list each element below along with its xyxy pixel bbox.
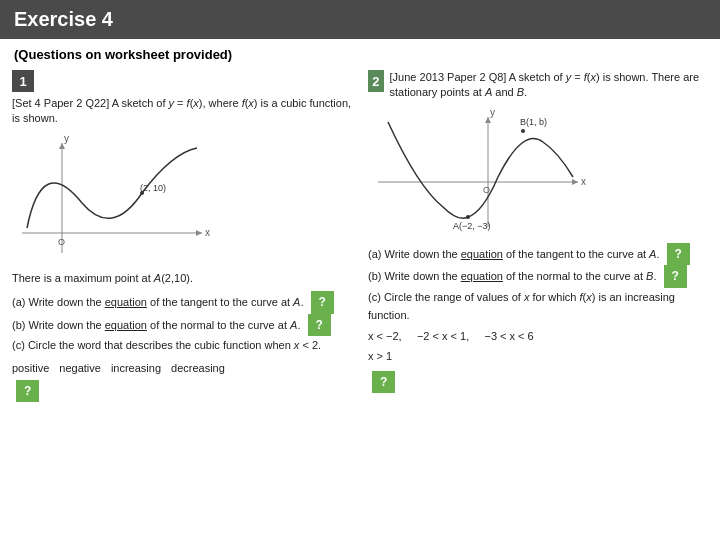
question2-parts: (a) Write down the equation of the tange… bbox=[368, 243, 708, 393]
answer-box-1c[interactable]: ? bbox=[16, 380, 39, 402]
option-positive: positive bbox=[12, 359, 49, 378]
question2-part-b: (b) Write down the equation of the norma… bbox=[368, 265, 708, 287]
subtitle: (Questions on worksheet provided) bbox=[0, 39, 720, 66]
left-panel: 1 [Set 4 Paper 2 Q22] A sketch of y = f(… bbox=[8, 66, 356, 406]
question1-number: 1 bbox=[12, 70, 34, 92]
range-options: x < −2, −2 < x < 1, −3 < x < 6 x > 1 bbox=[368, 327, 708, 367]
question2-part-c: (c) Circle the range of values of x for … bbox=[368, 288, 708, 325]
svg-text:O: O bbox=[483, 185, 490, 195]
question2-header-row: 2 [June 2013 Paper 2 Q8] A sketch of y =… bbox=[368, 70, 708, 101]
question2-description: [June 2013 Paper 2 Q8] A sketch of y = f… bbox=[390, 70, 708, 101]
svg-text:x: x bbox=[205, 227, 210, 238]
answer-box-2b[interactable]: ? bbox=[664, 265, 687, 287]
graph2: x y O B(1, b) A(−2, −3) bbox=[368, 107, 708, 237]
page-header: Exercise 4 bbox=[0, 0, 720, 39]
question2-number: 2 bbox=[368, 70, 384, 92]
word-options: positive negative increasing decreasing bbox=[12, 359, 352, 378]
range-option-1: x < −2, −2 < x < 1, −3 < x < 6 bbox=[368, 330, 534, 342]
question1-part-a: (a) Write down the equation of the tange… bbox=[12, 291, 352, 313]
question1-below-graph: There is a maximum point at A(2,10). bbox=[12, 269, 352, 288]
graph1: x y O (2, 10) bbox=[12, 133, 352, 263]
svg-text:A(−2, −3): A(−2, −3) bbox=[453, 221, 491, 231]
right-panel: 2 [June 2013 Paper 2 Q8] A sketch of y =… bbox=[364, 66, 712, 406]
svg-marker-11 bbox=[572, 179, 578, 185]
svg-text:x: x bbox=[581, 176, 586, 187]
header-title: Exercise 4 bbox=[14, 8, 113, 30]
answer-box-1b[interactable]: ? bbox=[308, 314, 331, 336]
option-decreasing: decreasing bbox=[171, 359, 225, 378]
svg-text:(2, 10): (2, 10) bbox=[140, 183, 166, 193]
svg-text:O: O bbox=[58, 237, 65, 247]
svg-point-8 bbox=[140, 191, 144, 195]
main-content: 1 [Set 4 Paper 2 Q22] A sketch of y = f(… bbox=[0, 66, 720, 406]
question1-part-b: (b) Write down the equation of the norma… bbox=[12, 314, 352, 336]
svg-text:y: y bbox=[490, 107, 495, 118]
svg-point-17 bbox=[521, 129, 525, 133]
question1-parts: There is a maximum point at A(2,10). (a)… bbox=[12, 269, 352, 402]
svg-point-19 bbox=[466, 215, 470, 219]
svg-text:B(1, b): B(1, b) bbox=[520, 117, 547, 127]
question2-part-a: (a) Write down the equation of the tange… bbox=[368, 243, 708, 265]
answer-box-1a[interactable]: ? bbox=[311, 291, 334, 313]
svg-marker-2 bbox=[196, 230, 202, 236]
question1-part-c: (c) Circle the word that describes the c… bbox=[12, 336, 352, 355]
question1-description: [Set 4 Paper 2 Q22] A sketch of y = f(x)… bbox=[12, 96, 352, 127]
answer-box-2c[interactable]: ? bbox=[372, 371, 395, 393]
option-negative: negative bbox=[59, 359, 101, 378]
option-increasing: increasing bbox=[111, 359, 161, 378]
answer-box-2a[interactable]: ? bbox=[667, 243, 690, 265]
svg-text:y: y bbox=[64, 133, 69, 144]
range-option-2: x > 1 bbox=[368, 350, 392, 362]
